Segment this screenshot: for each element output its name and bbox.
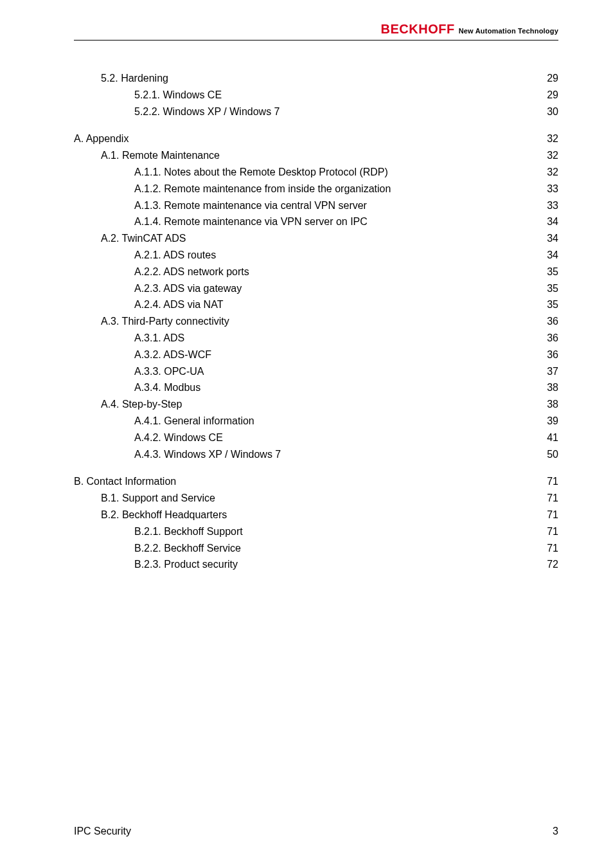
toc-label[interactable]: A.1.1. Notes about the Remote Desktop Pr… <box>134 165 388 181</box>
footer-page-number: 3 <box>553 826 558 837</box>
toc-row: A.4.1. General information39 <box>74 413 558 429</box>
toc-row: A.2. TwinCAT ADS34 <box>74 231 558 247</box>
toc-label[interactable]: A.4.2. Windows CE <box>134 430 223 446</box>
brand-tagline: New Automation Technology <box>459 27 558 35</box>
toc-label[interactable]: A.4.3. Windows XP / Windows 7 <box>134 447 281 463</box>
toc-label[interactable]: B.2.3. Product security <box>134 557 238 573</box>
toc-label[interactable]: A.1. Remote Maintenance <box>101 148 220 164</box>
toc-row: A.3.3. OPC-UA37 <box>74 364 558 380</box>
toc-row: A.1.4. Remote maintenance via VPN server… <box>74 214 558 230</box>
toc-row: A.3.4. Modbus38 <box>74 380 558 396</box>
toc-row: 5.2. Hardening29 <box>74 71 558 87</box>
toc-label[interactable]: B.2. Beckhoff Headquarters <box>101 507 227 523</box>
toc-row: A.3. Third-Party connectivity36 <box>74 314 558 330</box>
toc-page-number[interactable]: 35 <box>540 264 558 280</box>
toc-row: B.2.2. Beckhoff Service71 <box>74 541 558 557</box>
toc-row: B.2.1. Beckhoff Support71 <box>74 524 558 540</box>
toc-page-number[interactable]: 36 <box>540 330 558 347</box>
toc-page-number[interactable]: 32 <box>540 148 558 164</box>
toc-row: B. Contact Information71 <box>74 474 558 490</box>
toc-label[interactable]: A.3.2. ADS-WCF <box>134 347 211 363</box>
toc-label[interactable]: A.2.4. ADS via NAT <box>134 297 223 313</box>
toc-page-number[interactable]: 36 <box>540 347 558 363</box>
toc-page-number[interactable]: 71 <box>540 524 558 540</box>
toc-page-number[interactable]: 32 <box>540 165 558 181</box>
toc-group: 5.2. Hardening295.2.1. Windows CE295.2.2… <box>74 71 558 120</box>
toc-row: A.1.2. Remote maintenance from inside th… <box>74 181 558 197</box>
toc-row: A.2.2. ADS network ports35 <box>74 264 558 280</box>
toc-page-number[interactable]: 33 <box>540 198 558 214</box>
toc-page-number[interactable]: 39 <box>540 413 558 429</box>
toc-label[interactable]: B.2.1. Beckhoff Support <box>134 524 243 540</box>
toc-page-number[interactable]: 34 <box>540 248 558 264</box>
toc-row: A.4.2. Windows CE41 <box>74 430 558 446</box>
toc-label[interactable]: B. Contact Information <box>74 474 176 490</box>
toc-row: B.1. Support and Service71 <box>74 491 558 507</box>
toc-label[interactable]: A.3.1. ADS <box>134 330 184 347</box>
header-brand-block: BECKHOFF New Automation Technology <box>381 22 558 37</box>
toc-row: 5.2.2. Windows XP / Windows 730 <box>74 104 558 120</box>
toc-label[interactable]: A. Appendix <box>74 131 129 147</box>
toc-label[interactable]: A.4. Step-by-Step <box>101 397 182 413</box>
toc-page-number[interactable]: 38 <box>540 397 558 413</box>
toc-row: A.3.1. ADS36 <box>74 330 558 347</box>
toc-label[interactable]: B.1. Support and Service <box>101 491 215 507</box>
toc-page-number[interactable]: 35 <box>540 281 558 297</box>
toc-label[interactable]: A.2. TwinCAT ADS <box>101 231 186 247</box>
toc-row: A.4.3. Windows XP / Windows 750 <box>74 447 558 463</box>
toc-row: A.1. Remote Maintenance32 <box>74 148 558 164</box>
toc-label[interactable]: A.2.3. ADS via gateway <box>134 281 242 297</box>
toc-page-number[interactable]: 35 <box>540 297 558 313</box>
toc-label[interactable]: A.2.1. ADS routes <box>134 248 216 264</box>
header-rule <box>74 40 558 41</box>
page: BECKHOFF New Automation Technology 5.2. … <box>0 0 613 868</box>
toc-label[interactable]: A.3.3. OPC-UA <box>134 364 204 380</box>
toc-page-number[interactable]: 71 <box>540 541 558 557</box>
toc-page-number[interactable]: 34 <box>540 231 558 247</box>
toc-page-number[interactable]: 30 <box>540 104 558 120</box>
toc-label[interactable]: A.3.4. Modbus <box>134 380 200 396</box>
toc-row: A.2.4. ADS via NAT35 <box>74 297 558 313</box>
toc-page-number[interactable]: 50 <box>540 447 558 463</box>
toc-page-number[interactable]: 38 <box>540 380 558 396</box>
toc-group: B. Contact Information71B.1. Support and… <box>74 474 558 573</box>
toc-row: B.2. Beckhoff Headquarters71 <box>74 507 558 523</box>
toc-row: A.4. Step-by-Step38 <box>74 397 558 413</box>
brand-logo-text: BECKHOFF <box>381 22 455 37</box>
footer-title: IPC Security <box>74 826 131 837</box>
toc-page-number[interactable]: 37 <box>540 364 558 380</box>
toc-page-number[interactable]: 32 <box>540 131 558 147</box>
toc-page-number[interactable]: 71 <box>540 474 558 490</box>
toc-row: A.3.2. ADS-WCF36 <box>74 347 558 363</box>
toc-row: 5.2.1. Windows CE29 <box>74 87 558 104</box>
toc-page-number[interactable]: 29 <box>540 87 558 104</box>
toc-row: A.1.1. Notes about the Remote Desktop Pr… <box>74 165 558 181</box>
toc-page-number[interactable]: 29 <box>540 71 558 87</box>
toc-row: B.2.3. Product security72 <box>74 557 558 573</box>
toc-label[interactable]: A.3. Third-Party connectivity <box>101 314 229 330</box>
toc-row: A.2.3. ADS via gateway35 <box>74 281 558 297</box>
toc-label[interactable]: A.1.4. Remote maintenance via VPN server… <box>134 214 368 230</box>
toc-label[interactable]: A.2.2. ADS network ports <box>134 264 249 280</box>
toc-page-number[interactable]: 41 <box>540 430 558 446</box>
toc-page-number[interactable]: 33 <box>540 181 558 197</box>
toc-group: A. Appendix32A.1. Remote Maintenance32A.… <box>74 131 558 462</box>
toc-label[interactable]: A.1.3. Remote maintenance via central VP… <box>134 198 367 214</box>
toc-label[interactable]: 5.2. Hardening <box>101 71 168 87</box>
toc-row: A.2.1. ADS routes34 <box>74 248 558 264</box>
toc-page-number[interactable]: 71 <box>540 491 558 507</box>
toc-row: A.1.3. Remote maintenance via central VP… <box>74 198 558 214</box>
toc-row: A. Appendix32 <box>74 131 558 147</box>
toc-page-number[interactable]: 72 <box>540 557 558 573</box>
toc-label[interactable]: 5.2.1. Windows CE <box>134 87 222 104</box>
toc-label[interactable]: A.1.2. Remote maintenance from inside th… <box>134 181 391 197</box>
toc-label[interactable]: B.2.2. Beckhoff Service <box>134 541 241 557</box>
toc-page-number[interactable]: 71 <box>540 507 558 523</box>
toc-label[interactable]: A.4.1. General information <box>134 413 254 429</box>
toc-page-number[interactable]: 34 <box>540 214 558 230</box>
table-of-contents: 5.2. Hardening295.2.1. Windows CE295.2.2… <box>74 71 558 573</box>
toc-label[interactable]: 5.2.2. Windows XP / Windows 7 <box>134 104 280 120</box>
toc-page-number[interactable]: 36 <box>540 314 558 330</box>
